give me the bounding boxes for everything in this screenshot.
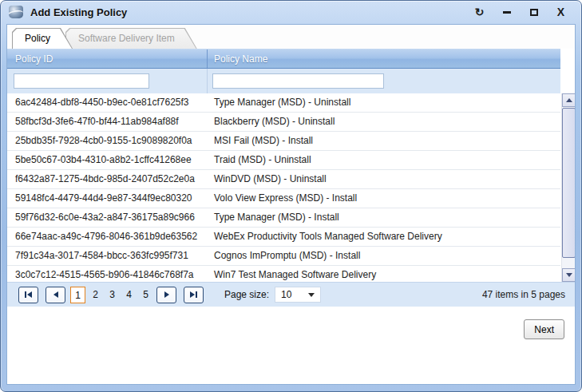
next-button[interactable]: Next (524, 319, 564, 339)
table-row[interactable]: f6432a87-1275-4bdc-985d-2407d52c2e0a Win… (7, 170, 560, 189)
items-summary: 47 items in 5 pages (482, 289, 565, 300)
refresh-icon[interactable]: ↻ (473, 6, 485, 18)
policy-name-filter-input[interactable] (212, 73, 384, 89)
policy-name-cell: Blackberry (MSD) - Uninstall (207, 113, 560, 131)
scroll-down-icon[interactable] (562, 268, 576, 282)
next-page-icon[interactable] (156, 287, 176, 303)
prev-page-icon[interactable] (46, 287, 65, 303)
app-swirl-icon (9, 6, 23, 18)
policy-id-cell: 25bdb35f-7928-4cb0-9155-1c9089820f0a (7, 132, 207, 150)
vertical-scrollbar[interactable] (561, 93, 575, 282)
policy-id-cell: 7f91c34a-3017-4584-bbcc-363fc995f731 (7, 247, 207, 265)
tab-software-delivery-item[interactable]: Software Delivery Item (65, 28, 197, 49)
title-bar: Add Existing Policy ↻ X (1, 1, 581, 23)
page-size-dropdown[interactable]: 10 (275, 287, 321, 303)
table-row[interactable]: 5be50c67-03b4-4310-a8b2-1cffc41268ee Tra… (7, 151, 560, 170)
policy-name-cell: WinDVD (MSD) - Uninstall (207, 170, 560, 188)
table-row[interactable]: 66e74aac-a49c-4796-8046-361b9de63562 Web… (7, 228, 560, 247)
policy-name-cell: Traid (MSD) - Uninstall (207, 151, 560, 169)
window-title: Add Existing Policy (30, 6, 127, 18)
page-number-3[interactable]: 3 (104, 289, 121, 300)
page-size-label: Page size: (224, 289, 269, 300)
table-row[interactable]: 3c0c7c12-4515-4565-b906-41846c768f7a Win… (7, 266, 560, 282)
policy-name-cell: Type Manager (MSD) - Uninstall (207, 93, 560, 112)
pagination-bar: 1 2 3 4 5 Page size: 10 47 items in 5 pa… (7, 282, 575, 307)
policy-id-cell: 58fbcf3d-3fe6-47f0-bf44-11ab984af88f (7, 113, 207, 131)
policy-id-cell: 3c0c7c12-4515-4565-b906-41846c768f7a (7, 266, 207, 282)
tab-policy[interactable]: Policy (12, 28, 73, 49)
table-row[interactable]: 25bdb35f-7928-4cb0-9155-1c9089820f0a MSI… (7, 132, 560, 151)
policy-id-cell: 59f76d32-6c0e-43a2-a847-36175a89c966 (7, 208, 207, 227)
grid-header: Policy ID Policy Name (7, 49, 560, 69)
tab-policy-label: Policy (12, 28, 73, 44)
policy-name-cell: Type Manager (MSD) - Install (207, 208, 560, 227)
tab-software-delivery-item-label: Software Delivery Item (65, 28, 197, 44)
policy-name-cell: Volo View Express (MSD) - Install (207, 189, 560, 208)
policy-id-cell: 5be50c67-03b4-4310-a8b2-1cffc41268ee (7, 151, 207, 169)
policy-grid: Policy ID Policy Name 6ac42484-dbf8-4450… (7, 49, 575, 282)
current-page[interactable]: 1 (70, 287, 85, 303)
policy-id-cell: 59148fc4-4479-44d4-9e87-344f9ec80320 (7, 189, 207, 208)
policy-name-cell: MSI Fail (MSD) - Install (207, 132, 560, 150)
policy-id-cell: 66e74aac-a49c-4796-8046-361b9de63562 (7, 228, 207, 246)
chevron-down-icon (308, 293, 315, 297)
policy-id-cell: f6432a87-1275-4bdc-985d-2407d52c2e0a (7, 170, 207, 188)
window-controls: ↻ X (473, 6, 573, 18)
dialog-footer: Next (7, 307, 575, 385)
column-header-policy-id[interactable]: Policy ID (7, 49, 207, 68)
close-icon[interactable]: X (555, 6, 567, 18)
last-page-icon[interactable] (184, 287, 204, 303)
table-row[interactable]: 59f76d32-6c0e-43a2-a847-36175a89c966 Typ… (7, 208, 560, 228)
policy-name-cell: Win7 Test Managed Software Delivery (207, 266, 560, 282)
first-page-icon[interactable] (18, 287, 38, 303)
table-row[interactable]: 59148fc4-4479-44d4-9e87-344f9ec80320 Vol… (7, 189, 560, 208)
grid-rows: 6ac42484-dbf8-4450-b9ec-0e81cf7625f3 Typ… (7, 93, 560, 282)
filter-row (7, 69, 560, 93)
minimize-icon[interactable] (501, 6, 513, 18)
table-row[interactable]: 7f91c34a-3017-4584-bbcc-363fc995f731 Cog… (7, 247, 560, 266)
dialog-client-area: Policy Software Delivery Item Policy ID … (6, 24, 576, 385)
scroll-up-icon[interactable] (562, 93, 576, 107)
policy-id-filter-input[interactable] (14, 73, 149, 89)
page-number-4[interactable]: 4 (121, 289, 137, 300)
table-row[interactable]: 6ac42484-dbf8-4450-b9ec-0e81cf7625f3 Typ… (7, 93, 560, 113)
tab-strip: Policy Software Delivery Item (7, 25, 575, 49)
column-header-policy-name[interactable]: Policy Name (207, 49, 560, 68)
page-size-value: 10 (281, 289, 291, 300)
scrollbar-thumb[interactable] (562, 108, 576, 258)
policy-name-cell: Cognos ImPromptu (MSD) - Install (207, 247, 560, 265)
page-number-5[interactable]: 5 (137, 289, 154, 300)
dialog-window: Add Existing Policy ↻ X Policy Software … (0, 0, 582, 392)
policy-name-cell: WebEx Productivity Tools Managed Softwar… (207, 228, 560, 246)
maximize-icon[interactable] (528, 6, 540, 18)
page-number-2[interactable]: 2 (87, 289, 104, 300)
policy-id-cell: 6ac42484-dbf8-4450-b9ec-0e81cf7625f3 (7, 93, 207, 112)
table-row[interactable]: 58fbcf3d-3fe6-47f0-bf44-11ab984af88f Bla… (7, 113, 560, 132)
